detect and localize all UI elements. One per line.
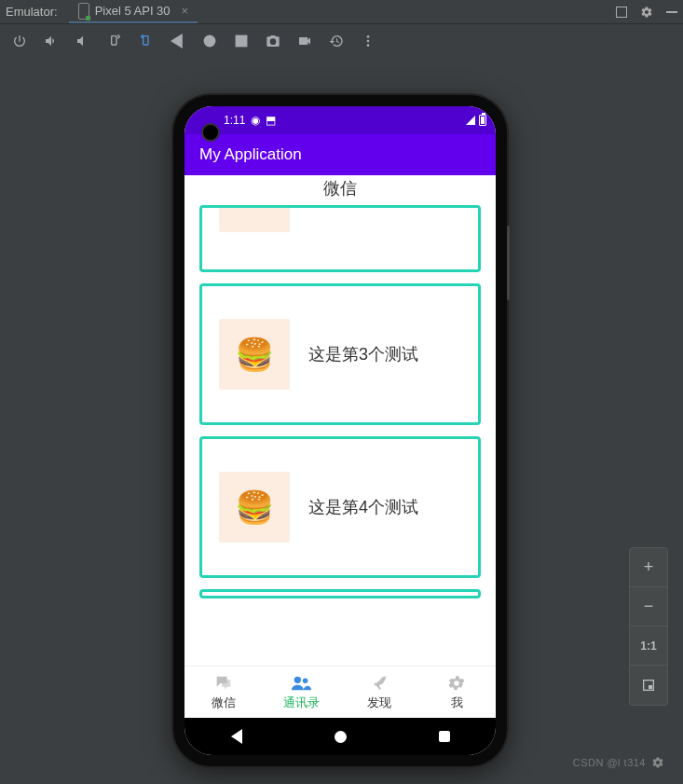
phone-small-icon — [78, 3, 89, 20]
back-icon[interactable] — [170, 33, 186, 49]
video-icon[interactable] — [296, 33, 313, 49]
svg-point-4 — [367, 35, 370, 38]
rotate-right-icon[interactable] — [106, 33, 123, 49]
card-text: 这是第4个测试 — [308, 496, 418, 518]
svg-point-6 — [367, 44, 370, 47]
app-content[interactable]: 微信 🍔 这是第3个测试 🍔 这是第4个测试 — [184, 175, 496, 666]
battery-icon — [479, 115, 486, 126]
emulated-device: 1:11 ◉ ⬒ My Application 微信 — [173, 95, 507, 766]
zoom-out-button[interactable]: − — [630, 587, 667, 626]
tab-me[interactable]: 我 — [418, 667, 497, 718]
ide-titlebar: Emulator: Pixel 5 API 30 × — [0, 0, 683, 24]
zoom-panel: + − 1:1 — [629, 547, 668, 706]
page-title: 微信 — [184, 175, 496, 205]
device-tab[interactable]: Pixel 5 API 30 × — [69, 1, 198, 23]
svg-rect-1 — [143, 36, 148, 45]
svg-point-5 — [367, 40, 370, 43]
svg-rect-3 — [236, 35, 248, 48]
tab-label: 微信 — [212, 695, 236, 711]
svg-point-2 — [204, 35, 216, 48]
thumbnail-icon — [219, 205, 290, 232]
history-icon[interactable] — [328, 33, 345, 49]
signal-icon — [466, 116, 475, 125]
power-icon[interactable] — [11, 33, 28, 49]
volume-up-icon[interactable] — [43, 33, 60, 49]
watermark: CSDN @l t314 — [573, 756, 664, 769]
list-card[interactable]: 🍔 这是第3个测试 — [199, 283, 481, 425]
nav-recent-icon[interactable] — [439, 731, 450, 742]
zoom-reset-button[interactable] — [630, 666, 667, 705]
tab-discover[interactable]: 发现 — [340, 667, 418, 718]
close-tab-icon[interactable]: × — [182, 4, 189, 18]
android-status-bar: 1:11 ◉ ⬒ — [184, 106, 496, 134]
side-button — [507, 226, 510, 300]
tab-label: 通讯录 — [283, 695, 320, 711]
tab-wechat[interactable]: 微信 — [184, 667, 263, 718]
wifi-icon: ◉ — [251, 114, 260, 127]
screenshot-icon[interactable] — [265, 33, 281, 49]
app-title: My Application — [199, 145, 302, 164]
rotate-left-icon[interactable] — [138, 33, 155, 49]
lock-icon: ⬒ — [266, 114, 276, 127]
gear-icon — [651, 756, 664, 769]
nav-back-icon[interactable] — [231, 729, 242, 744]
list-card[interactable]: 🍔 这是第4个测试 — [199, 436, 481, 578]
emulator-label: Emulator: — [6, 5, 58, 19]
window-icon[interactable] — [616, 7, 627, 18]
tab-label: 发现 — [367, 695, 391, 711]
thumbnail-icon: 🍔 — [219, 319, 290, 390]
more-icon[interactable] — [360, 33, 376, 49]
device-tab-label: Pixel 5 API 30 — [95, 4, 171, 18]
list-card[interactable] — [199, 205, 481, 272]
minimize-icon[interactable] — [666, 11, 677, 13]
bottom-tabs: 微信 通讯录 发现 我 — [184, 666, 496, 718]
camera-cutout — [201, 123, 220, 142]
card-text: 这是第3个测试 — [308, 343, 418, 365]
volume-down-icon[interactable] — [75, 33, 91, 49]
thumbnail-icon: 🍔 — [219, 472, 290, 543]
svg-point-9 — [294, 677, 301, 683]
nav-home-icon[interactable] — [335, 731, 347, 743]
tab-label: 我 — [451, 695, 463, 711]
tab-contacts[interactable]: 通讯录 — [263, 667, 341, 718]
zoom-in-button[interactable]: + — [630, 548, 667, 587]
svg-rect-8 — [649, 685, 652, 689]
stop-icon[interactable] — [233, 33, 250, 49]
list-card[interactable] — [199, 589, 481, 598]
svg-rect-0 — [112, 36, 116, 45]
zoom-fit-button[interactable]: 1:1 — [630, 626, 667, 666]
android-navbar — [184, 718, 496, 755]
status-time: 1:11 — [224, 114, 245, 127]
settings-icon[interactable] — [640, 6, 653, 19]
app-bar: My Application — [184, 134, 496, 175]
emulator-toolbar — [0, 24, 683, 58]
svg-point-10 — [303, 679, 308, 684]
record-icon[interactable] — [201, 33, 218, 49]
